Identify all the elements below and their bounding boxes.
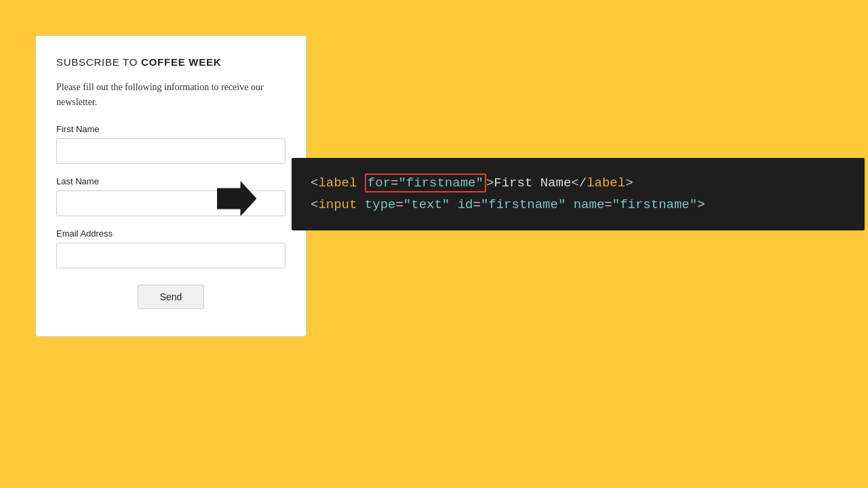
label-text: First Name <box>494 176 571 190</box>
form-card: SUBSCRIBE TO COFFEE WEEK Please fill out… <box>35 35 307 337</box>
email-input[interactable] <box>56 243 285 268</box>
code-tooltip: <label for="firstname">First Name</label… <box>292 158 865 230</box>
firstname-input[interactable] <box>56 138 285 164</box>
form-title: SUBSCRIBE TO COFFEE WEEK <box>56 56 285 68</box>
svg-marker-0 <box>217 182 256 216</box>
val-firstname-1: "firstname" <box>398 176 483 190</box>
firstname-label: First Name <box>56 124 285 134</box>
form-title-bold: COFFEE WEEK <box>141 56 221 68</box>
attr-for: for <box>368 176 391 190</box>
arrow-pointer <box>217 182 258 216</box>
form-description: Please fill out the following informatio… <box>56 80 285 109</box>
code-line-1: <label for="firstname">First Name</label… <box>311 173 846 193</box>
firstname-group: First Name <box>56 124 285 164</box>
email-group: Email Address <box>56 228 285 268</box>
code-line-2: <input type="text" id="firstname" name="… <box>311 195 846 215</box>
bracket-open-1: < <box>311 176 318 190</box>
send-button[interactable]: Send <box>138 285 205 309</box>
tag-label: label <box>318 176 357 190</box>
form-title-plain: SUBSCRIBE TO <box>56 56 141 68</box>
email-label: Email Address <box>56 228 285 239</box>
highlighted-attr: for="firstname" <box>365 174 486 192</box>
